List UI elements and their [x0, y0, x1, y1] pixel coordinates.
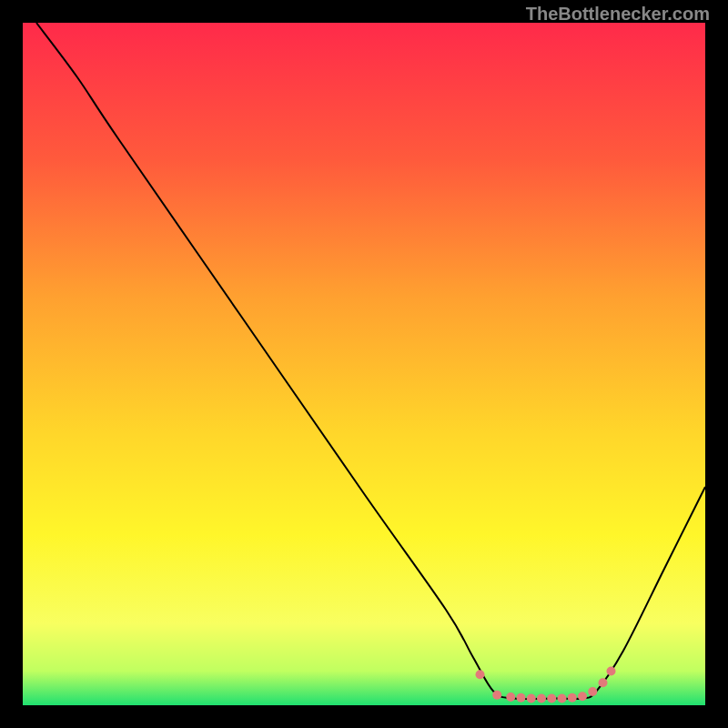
curve-marker [476, 670, 485, 679]
watermark-text: TheBottlenecker.com [526, 4, 710, 25]
curve-marker [527, 694, 536, 703]
curve-marker [607, 667, 616, 676]
curve-marker [599, 678, 608, 687]
chart-svg [23, 23, 705, 705]
curve-marker [547, 694, 556, 703]
curve-marker [517, 693, 526, 703]
curve-marker [506, 693, 515, 702]
curve-marker [558, 694, 567, 703]
chart-background [23, 23, 705, 705]
curve-marker [588, 687, 597, 696]
curve-marker [537, 694, 546, 703]
curve-marker [578, 692, 587, 701]
curve-marker [568, 693, 577, 703]
curve-marker [492, 691, 501, 700]
chart-container [23, 23, 705, 705]
